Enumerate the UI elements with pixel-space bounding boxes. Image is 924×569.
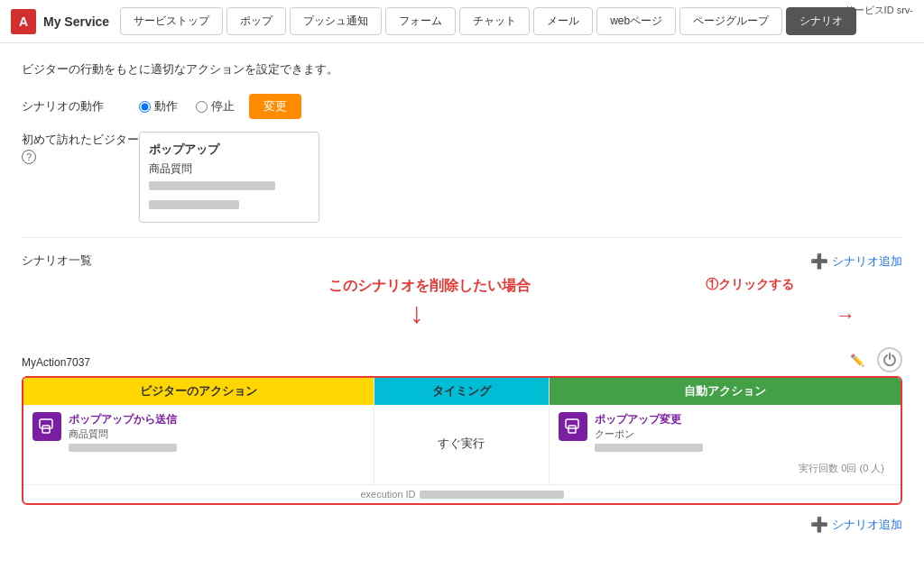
svg-rect-3 (568, 426, 576, 433)
tab-service-top[interactable]: サービストップ (120, 7, 223, 35)
service-id: サービスID srv- (845, 4, 913, 17)
execution-count: 実行回数 0回 (0 人) (559, 458, 892, 477)
tab-push[interactable]: プッシュ通知 (290, 7, 382, 35)
visitor-action-item: ポップアップから送信 商品質問 (32, 412, 365, 454)
annotation-area: このシナリオを削除したい場合 ①クリックする ↓ → (22, 277, 902, 340)
scenario-list-header: シナリオ一覧 ➕ シナリオ追加 (22, 252, 902, 270)
arrow-down-icon: ↓ (410, 298, 424, 327)
annotation-click-text: ①クリックする (706, 277, 794, 293)
help-icon[interactable]: ? (22, 150, 36, 164)
auto-action-title: ポップアップ変更 (595, 412, 703, 427)
visitor-blurred-1 (149, 181, 275, 190)
tab-pop[interactable]: ポップ (226, 7, 286, 35)
section-title: シナリオ一覧 (22, 252, 92, 269)
page-description: ビジターの行動をもとに適切なアクションを設定できます。 (22, 61, 902, 78)
auto-action-header: 自動アクション (550, 378, 901, 405)
timing-column: タイミング すぐ実行 (374, 378, 550, 484)
popup-change-icon (565, 418, 581, 435)
visitor-action-title: ポップアップから送信 (69, 412, 177, 427)
edit-button[interactable]: ✏️ (845, 347, 870, 372)
radio-group-operation: 動作 停止 (139, 98, 235, 115)
arrow-right-icon: → (836, 304, 855, 327)
auto-action-column: 自動アクション ポップアップ変更 クーポン 実行回数 0回 (550, 378, 901, 484)
radio-active[interactable]: 動作 (139, 98, 178, 115)
scenario-name: MyAction7037 (22, 356, 90, 369)
visitor-action-column: ビジターのアクション ポップアップから送信 商品質問 (23, 378, 374, 484)
visitor-action-icon (32, 412, 61, 441)
plus-circle-bottom-icon: ➕ (810, 516, 828, 533)
scenario-operation-row: シナリオの動作 動作 停止 変更 (22, 94, 902, 119)
radio-stop[interactable]: 停止 (196, 98, 235, 115)
main-content: ビジターの行動をもとに適切なアクションを設定できます。 シナリオの動作 動作 停… (0, 43, 924, 551)
plus-circle-icon: ➕ (810, 252, 828, 270)
nav-tabs: サービストップ ポップ プッシュ通知 フォーム チャット メール webページ … (120, 7, 856, 35)
auto-action-icon (559, 412, 587, 441)
scenario-actions-row: ✏️ (845, 347, 902, 372)
change-button[interactable]: 変更 (249, 94, 301, 119)
first-visitor-label: 初めて訪れたビジター (22, 132, 139, 148)
auto-action-body: ポップアップ変更 クーポン 実行回数 0回 (0 人) (550, 405, 901, 484)
tab-form[interactable]: フォーム (385, 7, 456, 35)
radio-stop-input[interactable] (196, 101, 208, 113)
svg-rect-2 (566, 419, 578, 428)
timing-header: タイミング (374, 378, 549, 405)
visitor-action-blurred (69, 444, 177, 452)
bottom-add-row: ➕ シナリオ追加 (22, 516, 902, 533)
auto-action-item: ポップアップ変更 クーポン (559, 412, 892, 454)
tab-chat[interactable]: チャット (459, 7, 530, 35)
power-button[interactable] (877, 347, 902, 372)
popup-send-icon (39, 418, 55, 435)
auto-action-sub: クーポン (595, 427, 703, 441)
visitor-action-header: ビジターのアクション (23, 378, 374, 405)
annotation-delete-text: このシナリオを削除したい場合 (328, 277, 531, 296)
execution-id-row: execution ID (23, 484, 901, 503)
top-bar: サービスID srv- A My Service サービストップ ポップ プッシ… (0, 0, 924, 43)
service-name: My Service (43, 14, 109, 29)
add-scenario-bottom-link[interactable]: ➕ シナリオ追加 (810, 516, 902, 533)
svg-rect-0 (40, 419, 52, 428)
power-icon (882, 353, 897, 367)
visitor-action-body: ポップアップから送信 商品質問 (23, 405, 374, 465)
visitor-action-sub: 商品質問 (69, 427, 177, 441)
scenario-operation-label: シナリオの動作 (22, 98, 139, 115)
scenario-card: ビジターのアクション ポップアップから送信 商品質問 (22, 376, 902, 505)
execution-id-label: execution ID (360, 489, 415, 500)
tab-web[interactable]: webページ (596, 7, 676, 35)
visitor-popup-sub: 商品質問 (149, 160, 310, 178)
first-visitor-row: 初めて訪れたビジター ? ポップアップ 商品質問 (22, 132, 902, 223)
timing-body: すぐ実行 (374, 405, 549, 482)
logo-icon: A (11, 9, 36, 34)
tab-mail[interactable]: メール (533, 7, 593, 35)
svg-rect-1 (42, 426, 50, 433)
divider (22, 237, 902, 238)
visitor-popup-title: ポップアップ (149, 140, 310, 160)
tab-page-group[interactable]: ページグループ (679, 7, 782, 35)
radio-active-input[interactable] (139, 101, 151, 113)
visitor-box: ポップアップ 商品質問 (139, 132, 319, 223)
visitor-blurred-2 (149, 200, 239, 209)
auto-action-blurred (595, 444, 703, 452)
add-scenario-top-link[interactable]: ➕ シナリオ追加 (810, 252, 902, 270)
exec-id-blurred (420, 491, 564, 499)
